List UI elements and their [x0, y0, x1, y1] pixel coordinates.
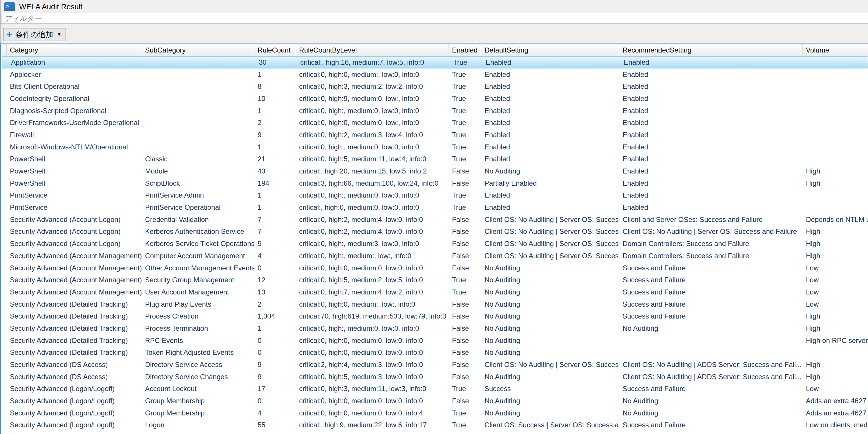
table-cell-enabled: False	[449, 240, 481, 248]
column-header-volume[interactable]: Volume	[803, 44, 868, 56]
table-cell-volume: Low	[803, 276, 868, 284]
table-row[interactable]: Microsoft-Windows-NTLM/Operational1criti…	[1, 141, 868, 153]
table-row[interactable]: Security Advanced (Account Management)Ot…	[1, 262, 868, 274]
table-row[interactable]: PowerShellModule43critical:, high:20, me…	[1, 165, 868, 177]
table-cell-recommendedsetting: No Auditing	[619, 397, 803, 405]
column-header-category[interactable]: Category	[7, 44, 142, 56]
table-cell-rulecountbylevel: critical:0, high:7, medium:4, low:2, inf…	[296, 288, 449, 296]
table-row[interactable]: Security Advanced (DS Access)Directory S…	[1, 359, 868, 371]
table-row[interactable]: PrintServicePrintService Admin1critical:…	[1, 189, 868, 202]
table-row[interactable]: Applocker1critical:0, high:0, medium:, l…	[1, 68, 868, 81]
table-cell-defaultsetting: Enabled	[481, 95, 619, 103]
column-header-rulecountbylevel[interactable]: RuleCountByLevel	[296, 44, 449, 56]
window-title: WELA Audit Result	[19, 2, 83, 11]
table-cell-defaultsetting: Client OS: Success | Server OS: Success …	[481, 421, 619, 429]
table-cell-subcategory: Group Membership	[142, 397, 254, 405]
table-row[interactable]: Security Advanced (Detailed Tracking)Tok…	[1, 347, 868, 359]
table-cell-enabled: True	[449, 95, 481, 103]
table-row[interactable]: Security Advanced (Account Logon)Kerbero…	[1, 238, 868, 250]
table-cell-volume: High	[803, 373, 868, 381]
add-criteria-button[interactable]: ✚ 条件の追加 ▼	[3, 28, 66, 41]
table-cell-subcategory: Computer Account Management	[142, 252, 254, 260]
table-cell-category: Security Advanced (Account Management)	[7, 264, 142, 272]
table-cell-rulecountbylevel: critical:0, high:, medium:, low:, info:0	[296, 252, 449, 260]
table-cell-rulecount: 1	[254, 191, 296, 199]
column-header-subcategory[interactable]: SubCategory	[142, 44, 254, 56]
table-row[interactable]: Security Advanced (Logon/Logoff)Logon55c…	[1, 419, 868, 431]
table-row[interactable]: Security Advanced (Account Logon)Credent…	[1, 214, 868, 226]
table-cell-enabled: False	[449, 252, 481, 260]
table-cell-category: Security Advanced (DS Access)	[7, 373, 142, 381]
table-cell-rulecountbylevel: critical:0, high:3, medium:11, low:3, in…	[296, 385, 449, 393]
table-row[interactable]: Bits-Client Operational8critical:0, high…	[1, 80, 868, 93]
table-row[interactable]: Security Advanced (Account Management)Us…	[1, 286, 868, 298]
table-cell-category: Security Advanced (Account Management)	[7, 252, 142, 260]
table-cell-volume: High	[803, 179, 868, 187]
table-cell-subcategory: ScriptBlock	[142, 179, 254, 187]
table-cell-recommendedsetting: Client OS: No Auditing | Server OS: Succ…	[619, 227, 803, 236]
table-cell-rulecount: 194	[254, 179, 296, 187]
table-cell-volume: High	[803, 361, 868, 369]
table-cell-category: Security Advanced (Logon/Logoff)	[7, 385, 142, 393]
window-chrome: > _ WELA Audit Result ✚ 条件の追加 ▼	[0, 0, 868, 43]
table-row[interactable]: Security Advanced (Detailed Tracking)Plu…	[1, 298, 868, 310]
table-cell-enabled: True	[449, 155, 481, 163]
column-header-recommendedsetting[interactable]: RecommendedSetting	[619, 44, 803, 56]
table-cell-defaultsetting: Enabled	[481, 70, 619, 79]
table-cell-enabled: False	[449, 361, 481, 369]
table-row[interactable]: Security Advanced (Detailed Tracking)Pro…	[1, 310, 868, 322]
column-header-rulecount[interactable]: RuleCount	[254, 44, 296, 56]
table-cell-rulecountbylevel: critical:0, high:2, medium:3, low:4, inf…	[296, 131, 449, 139]
table-cell-subcategory: Other Account Management Events	[142, 264, 254, 272]
table-cell-recommendedsetting: Client OS: No Auditing | ADDS Server: Su…	[619, 373, 803, 381]
table-row[interactable]: CodeIntegrity Operational10critical:0, h…	[1, 93, 868, 105]
table-cell-rulecount: 12	[254, 276, 296, 284]
table-cell-defaultsetting: No Auditing	[481, 397, 619, 405]
table-row[interactable]: Security Advanced (Account Logon)Kerbero…	[1, 226, 868, 238]
table-row[interactable]: Security Advanced (Logon/Logoff)Group Me…	[1, 407, 868, 419]
table-cell-enabled: False	[449, 373, 481, 381]
table-cell-rulecountbylevel: critical:2, high:4, medium:3, low:0, inf…	[296, 361, 449, 369]
table-cell-rulecount: 1,304	[254, 312, 296, 320]
table-cell-recommendedsetting: Success and Failure	[619, 300, 803, 308]
table-cell-rulecount: 55	[254, 421, 296, 429]
table-cell-defaultsetting: No Auditing	[481, 300, 619, 308]
table-cell-enabled: False	[449, 337, 481, 345]
table-cell-rulecount: 1	[254, 70, 296, 79]
table-cell-recommendedsetting: Enabled	[619, 95, 803, 103]
table-cell-subcategory: Classic	[142, 155, 254, 163]
table-row[interactable]: Application30critical:, high:16, medium:…	[2, 56, 868, 68]
table-row[interactable]: PowerShellClassic21critical:0, high:5, m…	[1, 153, 868, 165]
grid-rows: Application30critical:, high:16, medium:…	[1, 56, 868, 434]
table-row[interactable]: PrintServicePrintService Operational1cri…	[1, 202, 868, 214]
table-row[interactable]: Security Advanced (Detailed Tracking)Pro…	[1, 322, 868, 335]
table-cell-category: Security Advanced (Detailed Tracking)	[7, 300, 142, 308]
results-grid: CategorySubCategoryRuleCountRuleCountByL…	[0, 43, 868, 434]
table-cell-defaultsetting: No Auditing	[481, 373, 619, 381]
table-cell-rulecount: 1	[254, 204, 296, 212]
table-row[interactable]: Diagnosis-Scripted Operational1critical:…	[1, 105, 868, 117]
table-cell-defaultsetting: Enabled	[481, 191, 619, 199]
table-row[interactable]: Security Advanced (Logon/Logoff)Account …	[1, 383, 868, 395]
table-row[interactable]: Security Advanced (Account Management)Se…	[1, 274, 868, 286]
table-row[interactable]: Security Advanced (Account Management)Co…	[1, 250, 868, 262]
column-header-enabled[interactable]: Enabled	[449, 44, 481, 56]
table-cell-category: PowerShell	[7, 155, 142, 163]
table-cell-defaultsetting: Client OS: No Auditing | Server OS: Succ…	[481, 240, 619, 248]
table-cell-volume: Low	[803, 385, 868, 393]
table-row[interactable]: Security Advanced (Logon/Logoff)Group Me…	[1, 395, 868, 407]
column-header-defaultsetting[interactable]: DefaultSetting	[481, 44, 619, 56]
table-cell-enabled: False	[449, 397, 481, 405]
table-row[interactable]: PowerShellScriptBlock194critical:3, high…	[1, 177, 868, 189]
table-row[interactable]: Security Advanced (Detailed Tracking)RPC…	[1, 335, 868, 347]
table-cell-volume: Adds an extra 4627 ev	[803, 409, 868, 417]
table-cell-rulecount: 4	[254, 252, 296, 260]
table-row[interactable]: DriverFrameworks-UserMode Operational2cr…	[1, 117, 868, 129]
table-cell-rulecountbylevel: critical:0, high:0, medium:, low:0, info…	[296, 70, 449, 79]
table-row[interactable]: Security Advanced (DS Access)Directory S…	[1, 371, 868, 383]
table-cell-defaultsetting: Enabled	[481, 83, 619, 91]
table-cell-rulecountbylevel: critical:0, high:0, medium:0, low:0, inf…	[296, 348, 449, 356]
table-row[interactable]: Firewall9critical:0, high:2, medium:3, l…	[1, 129, 868, 141]
table-cell-recommendedsetting: Success and Failure	[619, 288, 803, 296]
filter-input[interactable]	[1, 13, 868, 24]
